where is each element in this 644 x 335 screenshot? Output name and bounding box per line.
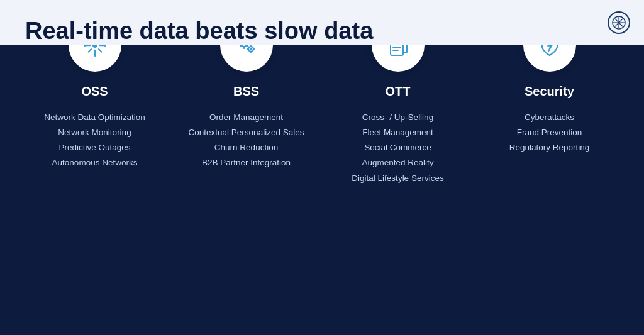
logo-icon [608, 11, 630, 34]
list-item: Fraud Prevention [517, 127, 582, 138]
col-security: Security Cyberattacks Fraud Prevention R… [474, 45, 625, 154]
list-item: B2B Partner Integration [202, 157, 291, 168]
list-item: Augmented Reality [362, 157, 433, 168]
columns-row: OSS Network Data Optimization Network Mo… [19, 45, 625, 184]
page-title: Real-time data beats slow data [25, 18, 619, 45]
list-item: Social Commerce [364, 142, 431, 153]
svg-line-11 [99, 49, 102, 52]
oss-divider [46, 104, 143, 104]
page-wrapper: Real-time data beats slow data [0, 0, 644, 335]
oss-items: Network Data Optimization Network Monito… [25, 112, 164, 169]
ott-divider [349, 104, 447, 104]
bss-items: Order Management Contextual Personalized… [177, 112, 316, 169]
security-title: Security [525, 84, 574, 99]
top-section: Real-time data beats slow data [0, 0, 644, 45]
svg-line-13 [88, 49, 91, 52]
list-item: Network Monitoring [58, 127, 131, 138]
oss-title: OSS [81, 84, 108, 99]
col-bss: BSS Order Management Contextual Personal… [170, 45, 322, 169]
security-divider [501, 104, 598, 104]
list-item: Predictive Outages [58, 142, 130, 153]
col-ott: OTT Cross- / Up-Selling Fleet Management… [322, 45, 474, 184]
ott-title: OTT [386, 84, 411, 99]
list-item: Fleet Management [362, 127, 433, 138]
bottom-section: OSS Network Data Optimization Network Mo… [0, 45, 644, 335]
list-item: Regulatory Reporting [509, 142, 590, 153]
security-items: Cyberattacks Fraud Prevention Regulatory… [480, 112, 619, 154]
list-item: Autonomous Networks [52, 157, 138, 168]
list-item: Churn Reduction [214, 142, 278, 153]
list-item: Digital Lifestyle Services [352, 173, 443, 184]
list-item: Network Data Optimization [44, 112, 145, 123]
ott-items: Cross- / Up-Selling Fleet Management Soc… [328, 112, 467, 184]
list-item: Cyberattacks [525, 112, 574, 123]
col-oss: OSS Network Data Optimization Network Mo… [19, 45, 170, 169]
svg-point-15 [94, 54, 96, 57]
bss-divider [197, 104, 295, 104]
list-item: Contextual Personalized Sales [189, 127, 304, 138]
list-item: Cross- / Up-Selling [362, 112, 433, 123]
bss-title: BSS [233, 84, 259, 99]
list-item: Order Management [209, 112, 283, 123]
